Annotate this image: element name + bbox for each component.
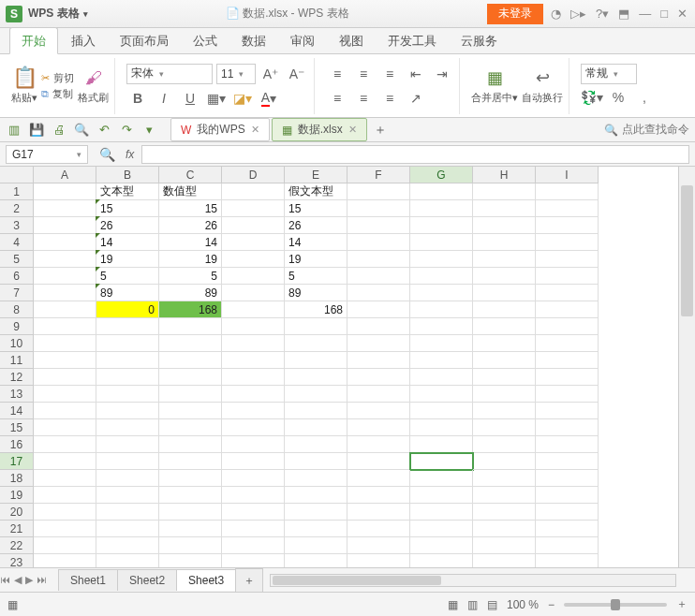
- zoom-out-button[interactable]: −: [548, 598, 555, 611]
- row-header-7[interactable]: 7: [0, 285, 34, 301]
- cell-A9[interactable]: [34, 318, 96, 335]
- align-left-icon[interactable]: ≡: [326, 87, 348, 110]
- help-icon[interactable]: ?▾: [596, 7, 609, 21]
- cell-E3[interactable]: 26: [285, 217, 348, 234]
- cell-C16[interactable]: [159, 436, 222, 453]
- cell-H22[interactable]: [473, 537, 536, 554]
- cell-D13[interactable]: [222, 386, 285, 403]
- cell-E18[interactable]: [285, 470, 348, 487]
- copy-button[interactable]: ⧉复制: [41, 87, 74, 101]
- currency-icon[interactable]: 💱▾: [581, 86, 603, 109]
- cell-I13[interactable]: [536, 386, 599, 403]
- cell-G11[interactable]: [410, 352, 473, 369]
- cell-I15[interactable]: [536, 419, 599, 436]
- add-sheet-button[interactable]: ＋: [235, 568, 263, 593]
- row-header-11[interactable]: 11: [0, 352, 34, 369]
- cell-I18[interactable]: [536, 470, 599, 487]
- cell-F18[interactable]: [348, 470, 410, 487]
- cell-I14[interactable]: [536, 403, 599, 419]
- cell-D3[interactable]: [222, 217, 285, 234]
- sheet-nav-next-icon[interactable]: ▶: [25, 574, 33, 586]
- cell-H5[interactable]: [473, 251, 536, 268]
- cell-H18[interactable]: [473, 470, 536, 487]
- row-header-16[interactable]: 16: [0, 436, 34, 453]
- cell-B6[interactable]: 5: [96, 268, 159, 285]
- cell-H2[interactable]: [473, 200, 536, 217]
- cell-H8[interactable]: [473, 301, 536, 318]
- italic-button[interactable]: I: [153, 87, 175, 110]
- cell-C1[interactable]: 数值型: [159, 183, 222, 200]
- cell-H1[interactable]: [473, 183, 536, 200]
- cell-E12[interactable]: [285, 369, 348, 386]
- sheet-tab-Sheet2[interactable]: Sheet2: [117, 569, 177, 591]
- cell-A15[interactable]: [34, 419, 96, 436]
- zoom-in-button[interactable]: ＋: [676, 596, 688, 612]
- menu-数据[interactable]: 数据: [230, 28, 277, 53]
- cell-H3[interactable]: [473, 217, 536, 234]
- row-header-12[interactable]: 12: [0, 369, 34, 386]
- row-header-17[interactable]: 17: [0, 453, 34, 470]
- sheet-tab-Sheet3[interactable]: Sheet3: [176, 569, 236, 591]
- cell-A3[interactable]: [34, 217, 96, 234]
- cell-F2[interactable]: [348, 200, 410, 217]
- cell-G15[interactable]: [410, 419, 473, 436]
- redo-icon[interactable]: ↷: [118, 123, 135, 137]
- cell-A13[interactable]: [34, 386, 96, 403]
- cell-I7[interactable]: [536, 285, 599, 301]
- orientation-icon[interactable]: ↗: [405, 87, 427, 110]
- print-icon[interactable]: 🖨: [51, 123, 67, 137]
- cell-F12[interactable]: [348, 369, 410, 386]
- cell-C7[interactable]: 89: [159, 285, 222, 301]
- cell-H7[interactable]: [473, 285, 536, 301]
- vertical-scrollbar[interactable]: [678, 167, 695, 567]
- menu-云服务[interactable]: 云服务: [450, 28, 509, 53]
- cell-B21[interactable]: [96, 521, 159, 537]
- cell-H11[interactable]: [473, 352, 536, 369]
- cell-E14[interactable]: [285, 403, 348, 419]
- cell-F20[interactable]: [348, 504, 410, 521]
- row-header-3[interactable]: 3: [0, 217, 34, 234]
- cell-C5[interactable]: 19: [159, 251, 222, 268]
- fill-color-button[interactable]: ◪▾: [231, 87, 254, 110]
- cell-A4[interactable]: [34, 234, 96, 251]
- cell-I2[interactable]: [536, 200, 599, 217]
- cell-E2[interactable]: 15: [285, 200, 348, 217]
- cell-D8[interactable]: [222, 301, 285, 318]
- indent-dec-icon[interactable]: ⇤: [405, 63, 427, 85]
- row-header-8[interactable]: 8: [0, 301, 34, 318]
- cell-B16[interactable]: [96, 436, 159, 453]
- cell-F16[interactable]: [348, 436, 410, 453]
- cell-E1[interactable]: 假文本型: [285, 183, 348, 200]
- cell-G21[interactable]: [410, 521, 473, 537]
- comma-icon[interactable]: ,: [633, 86, 656, 109]
- cell-C23[interactable]: [159, 554, 222, 567]
- cell-E9[interactable]: [285, 318, 348, 335]
- align-center-icon[interactable]: ≡: [352, 87, 375, 110]
- row-header-9[interactable]: 9: [0, 318, 34, 335]
- cell-D20[interactable]: [222, 504, 285, 521]
- cell-G23[interactable]: [410, 554, 473, 567]
- grow-font-icon[interactable]: A⁺: [259, 63, 282, 85]
- cell-F21[interactable]: [348, 521, 410, 537]
- cell-E16[interactable]: [285, 436, 348, 453]
- cell-I11[interactable]: [536, 352, 599, 369]
- format-painter-icon[interactable]: 🖌: [82, 66, 105, 89]
- col-header-G[interactable]: G: [410, 167, 473, 183]
- cell-I3[interactable]: [536, 217, 599, 234]
- cell-I22[interactable]: [536, 537, 599, 554]
- menu-页面布局[interactable]: 页面布局: [109, 28, 180, 53]
- row-header-15[interactable]: 15: [0, 419, 34, 436]
- row-header-5[interactable]: 5: [0, 251, 34, 268]
- cell-A14[interactable]: [34, 403, 96, 419]
- cell-B14[interactable]: [96, 403, 159, 419]
- cell-H12[interactable]: [473, 369, 536, 386]
- cell-A2[interactable]: [34, 200, 96, 217]
- cell-F11[interactable]: [348, 352, 410, 369]
- menu-视图[interactable]: 视图: [328, 28, 375, 53]
- cell-F23[interactable]: [348, 554, 410, 567]
- cell-F6[interactable]: [348, 268, 410, 285]
- cell-F22[interactable]: [348, 537, 410, 554]
- cell-C11[interactable]: [159, 352, 222, 369]
- cell-H14[interactable]: [473, 403, 536, 419]
- row-header-10[interactable]: 10: [0, 335, 34, 352]
